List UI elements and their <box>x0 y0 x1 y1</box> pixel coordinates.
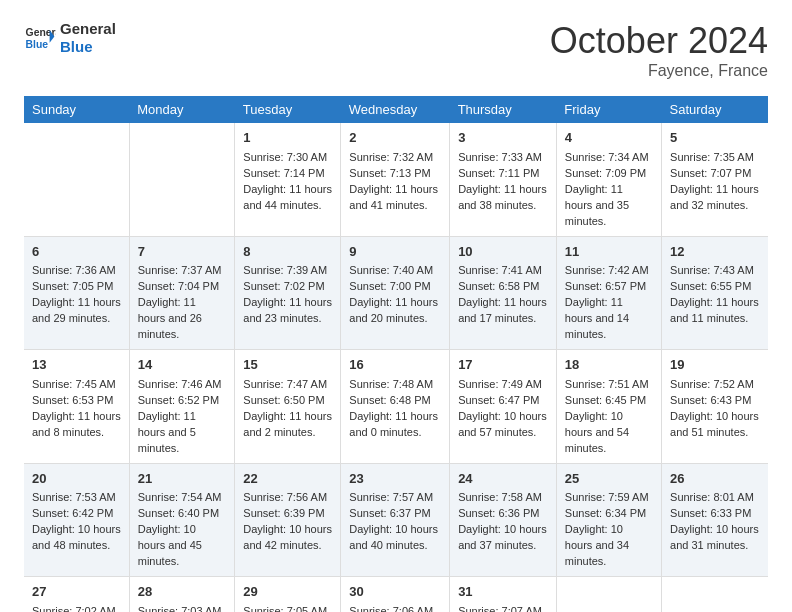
calendar-cell: 18Sunrise: 7:51 AMSunset: 6:45 PMDayligh… <box>556 350 661 464</box>
calendar-cell: 17Sunrise: 7:49 AMSunset: 6:47 PMDayligh… <box>450 350 557 464</box>
sunrise-text: Sunrise: 7:56 AM <box>243 490 332 506</box>
logo-blue: Blue <box>60 38 116 56</box>
day-number: 4 <box>565 129 653 148</box>
daylight-text: Daylight: 11 hours and 23 minutes. <box>243 295 332 327</box>
calendar-table: SundayMondayTuesdayWednesdayThursdayFrid… <box>24 96 768 612</box>
weekday-header: Sunday <box>24 96 129 123</box>
sunrise-text: Sunrise: 7:37 AM <box>138 263 227 279</box>
sunrise-text: Sunrise: 7:03 AM <box>138 604 227 612</box>
sunset-text: Sunset: 6:45 PM <box>565 393 653 409</box>
svg-text:Blue: Blue <box>26 39 49 50</box>
sunrise-text: Sunrise: 7:49 AM <box>458 377 548 393</box>
title-block: October 2024 Fayence, France <box>550 20 768 80</box>
daylight-text: Daylight: 10 hours and 54 minutes. <box>565 409 653 457</box>
day-number: 20 <box>32 470 121 489</box>
daylight-text: Daylight: 11 hours and 0 minutes. <box>349 409 441 441</box>
logo-general: General <box>60 20 116 38</box>
daylight-text: Daylight: 11 hours and 8 minutes. <box>32 409 121 441</box>
day-number: 22 <box>243 470 332 489</box>
sunrise-text: Sunrise: 7:02 AM <box>32 604 121 612</box>
sunset-text: Sunset: 6:36 PM <box>458 506 548 522</box>
calendar-cell: 19Sunrise: 7:52 AMSunset: 6:43 PMDayligh… <box>662 350 768 464</box>
sunrise-text: Sunrise: 7:33 AM <box>458 150 548 166</box>
sunset-text: Sunset: 7:02 PM <box>243 279 332 295</box>
sunset-text: Sunset: 6:33 PM <box>670 506 760 522</box>
sunrise-text: Sunrise: 7:42 AM <box>565 263 653 279</box>
day-number: 31 <box>458 583 548 602</box>
calendar-cell: 24Sunrise: 7:58 AMSunset: 6:36 PMDayligh… <box>450 463 557 577</box>
sunrise-text: Sunrise: 7:54 AM <box>138 490 227 506</box>
calendar-cell: 14Sunrise: 7:46 AMSunset: 6:52 PMDayligh… <box>129 350 235 464</box>
day-number: 10 <box>458 243 548 262</box>
calendar-cell: 16Sunrise: 7:48 AMSunset: 6:48 PMDayligh… <box>341 350 450 464</box>
sunset-text: Sunset: 6:57 PM <box>565 279 653 295</box>
day-number: 5 <box>670 129 760 148</box>
sunrise-text: Sunrise: 7:52 AM <box>670 377 760 393</box>
calendar-week-row: 13Sunrise: 7:45 AMSunset: 6:53 PMDayligh… <box>24 350 768 464</box>
sunrise-text: Sunrise: 7:46 AM <box>138 377 227 393</box>
calendar-cell: 23Sunrise: 7:57 AMSunset: 6:37 PMDayligh… <box>341 463 450 577</box>
day-number: 30 <box>349 583 441 602</box>
sunrise-text: Sunrise: 7:35 AM <box>670 150 760 166</box>
calendar-cell: 1Sunrise: 7:30 AMSunset: 7:14 PMDaylight… <box>235 123 341 236</box>
sunset-text: Sunset: 7:07 PM <box>670 166 760 182</box>
daylight-text: Daylight: 11 hours and 44 minutes. <box>243 182 332 214</box>
calendar-cell: 11Sunrise: 7:42 AMSunset: 6:57 PMDayligh… <box>556 236 661 350</box>
sunset-text: Sunset: 7:09 PM <box>565 166 653 182</box>
day-number: 15 <box>243 356 332 375</box>
day-number: 28 <box>138 583 227 602</box>
sunrise-text: Sunrise: 8:01 AM <box>670 490 760 506</box>
day-number: 21 <box>138 470 227 489</box>
daylight-text: Daylight: 10 hours and 40 minutes. <box>349 522 441 554</box>
daylight-text: Daylight: 11 hours and 26 minutes. <box>138 295 227 343</box>
calendar-week-row: 6Sunrise: 7:36 AMSunset: 7:05 PMDaylight… <box>24 236 768 350</box>
sunrise-text: Sunrise: 7:32 AM <box>349 150 441 166</box>
calendar-cell: 26Sunrise: 8:01 AMSunset: 6:33 PMDayligh… <box>662 463 768 577</box>
daylight-text: Daylight: 11 hours and 32 minutes. <box>670 182 760 214</box>
day-number: 3 <box>458 129 548 148</box>
sunset-text: Sunset: 6:55 PM <box>670 279 760 295</box>
sunrise-text: Sunrise: 7:41 AM <box>458 263 548 279</box>
calendar-cell: 21Sunrise: 7:54 AMSunset: 6:40 PMDayligh… <box>129 463 235 577</box>
sunset-text: Sunset: 6:34 PM <box>565 506 653 522</box>
day-number: 7 <box>138 243 227 262</box>
day-number: 25 <box>565 470 653 489</box>
calendar-cell: 3Sunrise: 7:33 AMSunset: 7:11 PMDaylight… <box>450 123 557 236</box>
calendar-cell: 29Sunrise: 7:05 AMSunset: 5:28 PMDayligh… <box>235 577 341 612</box>
calendar-week-row: 20Sunrise: 7:53 AMSunset: 6:42 PMDayligh… <box>24 463 768 577</box>
daylight-text: Daylight: 11 hours and 5 minutes. <box>138 409 227 457</box>
day-number: 16 <box>349 356 441 375</box>
sunset-text: Sunset: 6:40 PM <box>138 506 227 522</box>
sunset-text: Sunset: 7:11 PM <box>458 166 548 182</box>
day-number: 26 <box>670 470 760 489</box>
day-number: 11 <box>565 243 653 262</box>
sunrise-text: Sunrise: 7:07 AM <box>458 604 548 612</box>
sunrise-text: Sunrise: 7:57 AM <box>349 490 441 506</box>
sunrise-text: Sunrise: 7:40 AM <box>349 263 441 279</box>
sunset-text: Sunset: 6:42 PM <box>32 506 121 522</box>
sunrise-text: Sunrise: 7:05 AM <box>243 604 332 612</box>
day-number: 9 <box>349 243 441 262</box>
daylight-text: Daylight: 11 hours and 2 minutes. <box>243 409 332 441</box>
day-number: 13 <box>32 356 121 375</box>
daylight-text: Daylight: 11 hours and 20 minutes. <box>349 295 441 327</box>
sunset-text: Sunset: 6:52 PM <box>138 393 227 409</box>
logo-icon: General Blue <box>24 22 56 54</box>
calendar-week-row: 1Sunrise: 7:30 AMSunset: 7:14 PMDaylight… <box>24 123 768 236</box>
calendar-cell <box>24 123 129 236</box>
daylight-text: Daylight: 10 hours and 34 minutes. <box>565 522 653 570</box>
calendar-cell: 5Sunrise: 7:35 AMSunset: 7:07 PMDaylight… <box>662 123 768 236</box>
day-number: 1 <box>243 129 332 148</box>
day-number: 2 <box>349 129 441 148</box>
sunrise-text: Sunrise: 7:43 AM <box>670 263 760 279</box>
sunrise-text: Sunrise: 7:53 AM <box>32 490 121 506</box>
weekday-header: Tuesday <box>235 96 341 123</box>
sunset-text: Sunset: 6:58 PM <box>458 279 548 295</box>
daylight-text: Daylight: 11 hours and 41 minutes. <box>349 182 441 214</box>
day-number: 8 <box>243 243 332 262</box>
calendar-cell: 27Sunrise: 7:02 AMSunset: 5:31 PMDayligh… <box>24 577 129 612</box>
day-number: 6 <box>32 243 121 262</box>
daylight-text: Daylight: 11 hours and 17 minutes. <box>458 295 548 327</box>
calendar-cell: 9Sunrise: 7:40 AMSunset: 7:00 PMDaylight… <box>341 236 450 350</box>
sunrise-text: Sunrise: 7:39 AM <box>243 263 332 279</box>
